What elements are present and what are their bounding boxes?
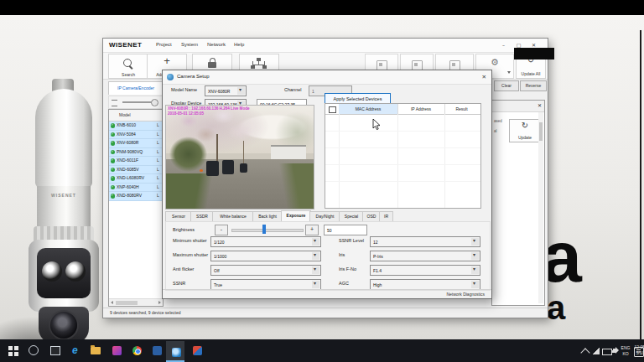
device-row[interactable]: XNV-6080RL — [109, 139, 163, 148]
anti-flicker-select[interactable]: Off — [210, 265, 321, 276]
minimum-shutter-select[interactable]: 1/120 — [210, 236, 321, 247]
device-row[interactable]: XND-6085VL — [109, 166, 163, 175]
camera-brand-label: WISENET — [35, 193, 92, 198]
menu-network[interactable]: Network — [207, 42, 226, 47]
col-mac-address[interactable]: MAC Address — [339, 104, 398, 114]
task-view-button[interactable] — [49, 344, 60, 356]
network-tree-icon — [257, 58, 261, 61]
status-text: 9 devices searched, 9 device selected — [110, 310, 181, 315]
iris-label: Iris — [339, 252, 345, 257]
start-button[interactable] — [7, 344, 18, 356]
brightness-value-field[interactable]: 50 — [324, 225, 367, 235]
update-button[interactable]: ↻ Update — [509, 119, 541, 142]
dialog-titlebar[interactable]: Camera Setup ✕ — [163, 70, 491, 85]
model-name-select[interactable]: XNV-6080R — [205, 85, 247, 96]
device-list-header[interactable]: Model — [109, 110, 163, 122]
cortana-button[interactable] — [28, 344, 39, 356]
taskbar-app-mixed[interactable] — [191, 344, 203, 356]
model-name-label: Model Name — [171, 87, 197, 92]
window-titlebar[interactable]: WISENET Project System Network Help – ▢ … — [103, 39, 548, 53]
ssnr-level-select[interactable]: 12 — [370, 236, 480, 247]
dropdown-arrow-icon — [471, 252, 479, 260]
agc-label: AGC — [339, 281, 349, 286]
menu-help[interactable]: Help — [234, 42, 244, 47]
network-diagnostics-link[interactable]: Network Diagnostics — [446, 292, 485, 297]
brightness-plus-button[interactable]: + — [305, 225, 319, 235]
minimize-button[interactable]: – — [497, 40, 510, 49]
camera-body — [35, 89, 92, 188]
edge-icon: e — [72, 344, 82, 356]
taskbar-app-explorer[interactable] — [91, 344, 102, 356]
video-grass — [166, 173, 222, 209]
tray-network[interactable] — [592, 339, 601, 362]
brightness-slider-handle[interactable] — [262, 225, 266, 234]
task-view-icon — [50, 346, 60, 355]
scroll-left-icon[interactable] — [111, 301, 113, 304]
dropdown-arrow-icon — [471, 266, 479, 274]
device-row[interactable]: XND-8080RVL — [109, 192, 163, 201]
device-row[interactable]: XNV-5084L — [109, 131, 163, 140]
col-ip-address[interactable]: IP Address — [397, 104, 445, 114]
video-house — [271, 145, 306, 160]
tab-exposure[interactable]: Exposure — [281, 210, 311, 222]
brightness-minus-button[interactable]: - — [215, 225, 228, 235]
background-letter: a — [547, 292, 565, 323]
device-row[interactable]: XNP-6040HL — [109, 184, 163, 193]
menu-system[interactable]: System — [181, 42, 198, 47]
live-video-preview[interactable]: XNV-6080R : 192.168.60.136 H.264 Live Mo… — [165, 105, 314, 209]
grid-line — [444, 114, 445, 208]
vertical-scrollbar[interactable] — [538, 112, 543, 303]
horizontal-scrollbar[interactable] — [109, 298, 163, 306]
apply-result-table[interactable]: MAC Address IP Address Result — [325, 103, 481, 209]
truncated-label: ased — [494, 119, 502, 123]
iris-select[interactable]: P-Iris — [370, 251, 480, 261]
dropdown-arrow-icon — [312, 266, 319, 274]
device-row[interactable]: PNM-9080VQL — [109, 148, 163, 158]
status-ok-icon — [111, 176, 116, 181]
camera-setup-icon — [167, 74, 174, 80]
taskbar-app-chrome[interactable] — [131, 344, 143, 356]
tray-battery[interactable] — [602, 339, 612, 362]
reverse-button[interactable]: Reverse — [520, 80, 547, 91]
device-row[interactable]: XND-6011FL — [109, 157, 163, 166]
video-tree — [169, 137, 208, 172]
camera-setup-dialog: Camera Setup ✕ Model Name XNV-6080R Chan… — [162, 70, 492, 299]
chrome-icon — [132, 346, 142, 355]
video-osd-overlay: XNV-6080R : 192.168.60.136 H.264 Live Mo… — [168, 106, 250, 116]
close-icon[interactable]: ✕ — [538, 102, 542, 108]
tray-expand-button[interactable] — [582, 339, 590, 362]
tray-language[interactable]: ENG KO — [621, 345, 631, 362]
tray-volume[interactable] — [613, 339, 621, 362]
maximum-shutter-select[interactable]: 1/1000 — [210, 251, 321, 261]
scroll-right-icon[interactable] — [158, 301, 161, 304]
clear-button[interactable]: Clear — [494, 80, 519, 91]
iris-f-no-select[interactable]: F1.4 — [370, 265, 480, 276]
scrollbar-thumb[interactable] — [116, 301, 138, 305]
close-icon[interactable]: ✕ — [482, 74, 486, 80]
status-ok-icon — [111, 150, 116, 155]
grid-line — [325, 131, 480, 132]
app-icon — [193, 346, 202, 355]
taskbar-app-generic[interactable] — [151, 344, 163, 356]
status-ok-icon — [111, 194, 116, 199]
firmware-panel-titlebar[interactable]: ✕ — [492, 101, 544, 112]
tab-ip-camera-encoder[interactable]: IP Camera/Encoder — [108, 81, 164, 95]
taskbar-app-edge[interactable]: e — [70, 344, 82, 356]
status-ok-icon — [111, 168, 116, 173]
col-result[interactable]: Result — [444, 104, 479, 114]
menu-project[interactable]: Project — [156, 42, 172, 47]
device-row[interactable]: XND-L6080RVL — [109, 174, 163, 184]
scrollbar-thumb[interactable] — [539, 122, 543, 141]
search-button[interactable]: Search — [108, 54, 148, 79]
list-filter-bar — [108, 96, 164, 109]
device-row[interactable]: XNB-6010L — [109, 122, 163, 131]
select-all-checkbox[interactable] — [329, 106, 336, 114]
taskbar-app-photos[interactable] — [111, 344, 122, 356]
camera-ir-led-left-icon — [42, 261, 62, 282]
status-ok-icon — [111, 123, 116, 128]
zoom-slider-handle[interactable] — [151, 99, 158, 106]
screen: a a WISENET WISENET Project System Netwo… — [0, 0, 644, 362]
action-center-button[interactable] — [634, 339, 644, 362]
brightness-slider-track[interactable] — [231, 229, 304, 232]
taskbar-app-device-manager-active[interactable] — [166, 341, 184, 362]
